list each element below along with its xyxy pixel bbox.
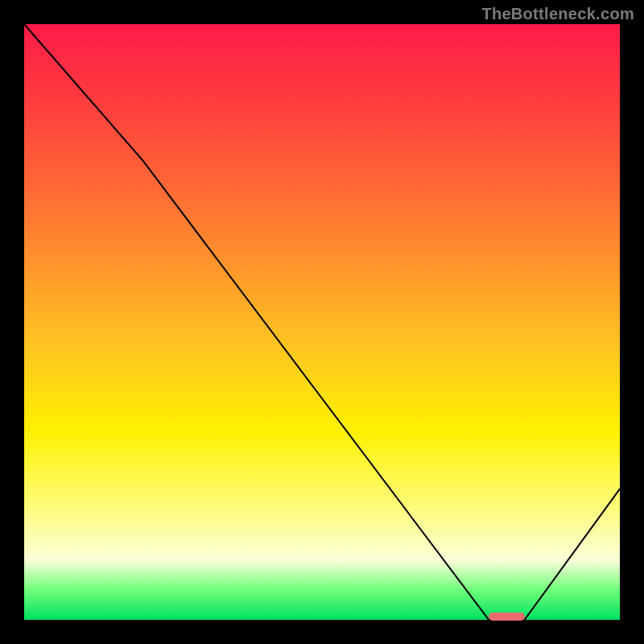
watermark-text: TheBottleneck.com (481, 5, 634, 23)
chart-container: { "watermark": "TheBottleneck.com", "cha… (0, 0, 644, 644)
bottleneck-curve (24, 24, 620, 620)
optimal-range-marker (489, 613, 524, 621)
curve-path (24, 24, 620, 620)
plot-area (24, 24, 620, 620)
